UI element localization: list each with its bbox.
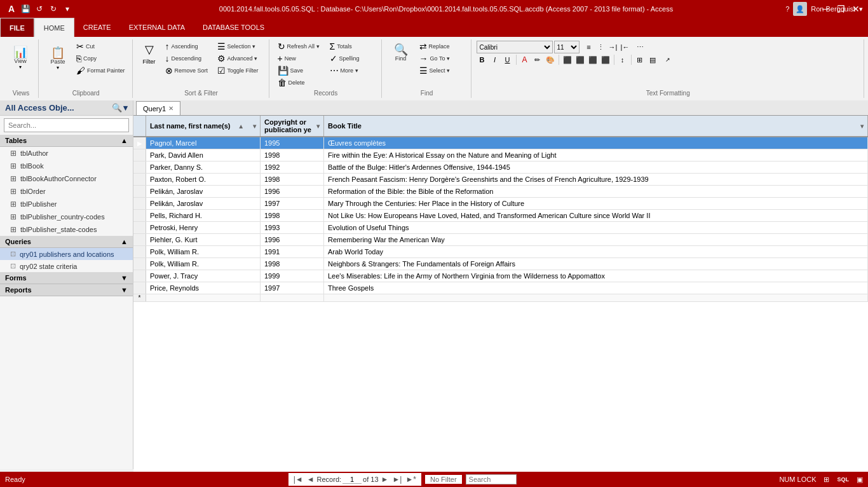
name-cell[interactable]: Parker, Danny S. xyxy=(146,161,261,173)
col-header-title-dropdown[interactable]: ▾ xyxy=(860,123,864,130)
no-filter-button[interactable]: No Filter xyxy=(425,475,462,484)
title-cell[interactable]: French Peasant Fascism: Henry Dorgère's … xyxy=(324,174,868,185)
name-cell[interactable]: Polk, William R. xyxy=(146,246,261,257)
title-cell[interactable]: Lee's Miserables: Life in the Army of No… xyxy=(324,270,868,282)
nav-item-tblbookauthorconnector[interactable]: ⊞ tblBookAuthorConnector xyxy=(0,172,133,185)
nav-pane-search-icon[interactable]: 🔍 xyxy=(112,103,122,113)
name-cell[interactable]: Pelikán, Jaroslav xyxy=(146,198,261,209)
title-cell[interactable]: Remembering War the American Way xyxy=(324,234,868,245)
new-record-button[interactable]: + New xyxy=(275,53,325,64)
col-header-year-dropdown[interactable]: ▾ xyxy=(316,123,320,130)
year-cell[interactable]: 1993 xyxy=(261,222,324,233)
year-cell[interactable]: 1998 xyxy=(261,258,324,270)
nav-item-tblorder[interactable]: ⊞ tblOrder xyxy=(0,185,133,198)
nav-item-qry02[interactable]: ⊡ qry02 state criteria xyxy=(0,260,133,272)
year-cell[interactable]: 1996 xyxy=(261,234,324,245)
table-row[interactable]: Pelikán, Jaroslav1997Mary Through the Ce… xyxy=(133,198,868,210)
toggle-filter-button[interactable]: ☑ Toggle Filter xyxy=(214,65,265,76)
title-cell[interactable]: Not Like Us: How Europeans Have Loved, H… xyxy=(324,210,868,221)
table-row[interactable]: Polk, William R.1998Neighbors & Stranger… xyxy=(133,258,868,270)
name-cell[interactable]: Pelikán, Jaroslav xyxy=(146,186,261,197)
year-cell[interactable]: 1997 xyxy=(261,198,324,209)
forms-section-header[interactable]: Forms ▼ xyxy=(0,272,133,284)
cut-button[interactable]: ✂ Cut xyxy=(73,41,128,52)
title-cell[interactable]: Neighbors & Strangers: The Fundamentals … xyxy=(324,258,868,270)
numbering-button[interactable]: ⋮ xyxy=(595,41,607,53)
bold-button[interactable]: B xyxy=(477,54,488,65)
col-header-name-dropdown[interactable]: ▾ xyxy=(253,123,256,130)
tab-file[interactable]: FILE xyxy=(0,18,34,37)
title-cell[interactable]: Battle of the Bulge: Hitler's Ardennes O… xyxy=(324,161,868,173)
italic-button[interactable]: I xyxy=(489,54,501,65)
col-header-year[interactable]: Copyright or publication ye ▾ xyxy=(261,116,324,136)
nav-item-tblauthor[interactable]: ⊞ tblAuthor xyxy=(0,147,133,160)
more-tf-button[interactable]: ⋯ xyxy=(635,41,646,53)
new-record-row[interactable]: * xyxy=(133,294,868,302)
spelling-button[interactable]: ✓ Spelling xyxy=(327,53,377,64)
font-size-selector[interactable]: 11 xyxy=(554,41,580,53)
descending-button[interactable]: ↓ Descending xyxy=(162,53,213,64)
table-row[interactable]: Paxton, Robert O.1998French Peasant Fasc… xyxy=(133,174,868,186)
table-row[interactable]: Pells, Richard H.1998Not Like Us: How Eu… xyxy=(133,210,868,222)
name-cell[interactable]: Price, Reynolds xyxy=(146,282,261,294)
title-cell[interactable]: Reformation of the Bible: the Bible of t… xyxy=(324,186,868,197)
format-painter-button[interactable]: 🖌 Format Painter xyxy=(73,65,128,76)
align-left-button[interactable]: ⬛ xyxy=(562,54,573,65)
year-cell[interactable]: 1992 xyxy=(261,161,324,173)
query1-tab[interactable]: Query1 ✕ xyxy=(136,101,180,115)
new-row-cell[interactable] xyxy=(261,294,324,301)
font-color-button[interactable]: A xyxy=(519,54,531,65)
justify-button[interactable]: ⬛ xyxy=(600,54,611,65)
year-cell[interactable]: 1996 xyxy=(261,186,324,197)
replace-button[interactable]: ⇄ Replace xyxy=(416,41,467,52)
tab-create[interactable]: CREATE xyxy=(74,18,120,37)
line-spacing-button[interactable]: ↕ xyxy=(617,54,628,65)
more-button[interactable]: ⋯ More ▾ xyxy=(327,65,377,76)
name-cell[interactable]: Petroski, Henry xyxy=(146,222,261,233)
table-row[interactable]: Pelikán, Jaroslav1996Reformation of the … xyxy=(133,186,868,198)
underline-button[interactable]: U xyxy=(502,54,513,65)
prev-record-button[interactable]: ◄ xyxy=(306,475,316,484)
nav-item-qry01[interactable]: ⊡ qry01 publishers and locations xyxy=(0,248,133,260)
table-row[interactable]: Power, J. Tracy1999Lee's Miserables: Lif… xyxy=(133,270,868,282)
year-cell[interactable]: 1998 xyxy=(261,174,324,185)
expand-tf-button[interactable]: ↗ xyxy=(662,54,674,65)
save-qat-button[interactable]: 💾 xyxy=(19,3,32,15)
redo-button[interactable]: ↻ xyxy=(47,3,60,15)
align-center-button[interactable]: ⬛ xyxy=(574,54,586,65)
goto-button[interactable]: → Go To ▾ xyxy=(416,53,467,64)
delete-record-button[interactable]: 🗑 Delete xyxy=(275,77,325,88)
selection-button[interactable]: ☰ Selection ▾ xyxy=(214,41,265,52)
new-record-nav-button[interactable]: ►* xyxy=(404,475,417,484)
tab-home[interactable]: HOME xyxy=(34,18,74,37)
bullets-button[interactable]: ≡ xyxy=(583,41,595,53)
table-row[interactable]: Park, David Allen1998Fire within the Eye… xyxy=(133,149,868,161)
refresh-all-button[interactable]: ↻ Refresh All ▾ xyxy=(275,41,325,52)
alt-row-button[interactable]: ▤ xyxy=(647,54,658,65)
year-cell[interactable]: 1997 xyxy=(261,282,324,294)
save-record-button[interactable]: 💾 Save xyxy=(275,65,325,76)
sql-view-icon[interactable]: SQL xyxy=(837,476,849,483)
title-cell[interactable]: Fire within the Eye: A Historical Essay … xyxy=(324,149,868,161)
highlight-button[interactable]: ✏ xyxy=(532,54,543,65)
name-cell[interactable]: Paxton, Robert O. xyxy=(146,174,261,185)
design-view-icon[interactable]: ▣ xyxy=(857,476,863,484)
nav-item-tblpublisher-state[interactable]: ⊞ tblPublisher_state-codes xyxy=(0,223,133,236)
reports-section-header[interactable]: Reports ▼ xyxy=(0,284,133,296)
qat-dropdown-button[interactable]: ▾ xyxy=(61,3,74,15)
first-record-button[interactable]: |◄ xyxy=(292,475,304,484)
col-header-title[interactable]: Book Title ▾ xyxy=(324,116,868,136)
year-cell[interactable]: 1991 xyxy=(261,246,324,257)
name-cell[interactable]: Pagnol, Marcel xyxy=(146,137,261,149)
col-header-name[interactable]: Last name, first name(s) ▲ ▾ xyxy=(146,116,261,136)
font-selector[interactable]: Calibri xyxy=(477,41,553,53)
title-cell[interactable]: Mary Through the Centuries: Her Place in… xyxy=(324,198,868,209)
title-cell[interactable]: Evolution of Useful Things xyxy=(324,222,868,233)
filter-button[interactable]: ▽ Filter xyxy=(138,41,161,76)
find-button[interactable]: 🔍 Find xyxy=(387,41,415,65)
year-cell[interactable]: 1998 xyxy=(261,210,324,221)
paste-button[interactable]: 📋 Paste ▾ xyxy=(44,41,72,76)
advanced-button[interactable]: ⚙ Advanced ▾ xyxy=(214,53,265,64)
table-row[interactable]: Parker, Danny S.1992Battle of the Bulge:… xyxy=(133,161,868,174)
name-cell[interactable]: Park, David Allen xyxy=(146,149,261,161)
